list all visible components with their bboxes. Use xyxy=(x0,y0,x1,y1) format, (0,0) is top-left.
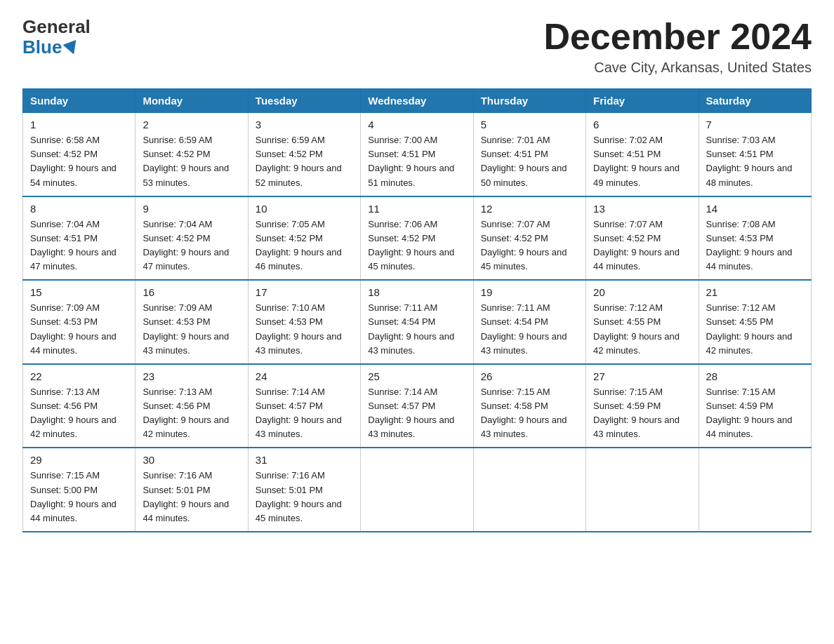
day-info: Sunrise: 6:58 AMSunset: 4:52 PMDaylight:… xyxy=(30,135,117,187)
calendar-day-cell: 3 Sunrise: 6:59 AMSunset: 4:52 PMDayligh… xyxy=(248,113,360,196)
day-info: Sunrise: 7:15 AMSunset: 4:59 PMDaylight:… xyxy=(706,387,793,439)
calendar-day-cell: 21 Sunrise: 7:12 AMSunset: 4:55 PMDaylig… xyxy=(699,280,811,364)
calendar-day-cell xyxy=(586,448,699,532)
calendar-day-cell: 28 Sunrise: 7:15 AMSunset: 4:59 PMDaylig… xyxy=(699,364,811,448)
day-number: 13 xyxy=(593,203,691,215)
day-number: 26 xyxy=(481,370,578,382)
day-info: Sunrise: 7:14 AMSunset: 4:57 PMDaylight:… xyxy=(256,387,342,439)
col-friday: Friday xyxy=(586,89,699,113)
logo: General Blue xyxy=(22,17,91,57)
calendar-day-cell: 19 Sunrise: 7:11 AMSunset: 4:54 PMDaylig… xyxy=(473,280,585,364)
day-number: 21 xyxy=(706,286,804,298)
calendar-day-cell: 24 Sunrise: 7:14 AMSunset: 4:57 PMDaylig… xyxy=(248,364,360,448)
day-number: 18 xyxy=(368,286,465,298)
day-number: 20 xyxy=(593,286,691,298)
day-number: 8 xyxy=(30,203,128,215)
day-info: Sunrise: 7:00 AMSunset: 4:51 PMDaylight:… xyxy=(368,135,454,187)
calendar-day-cell: 23 Sunrise: 7:13 AMSunset: 4:56 PMDaylig… xyxy=(135,364,248,448)
calendar-day-cell: 27 Sunrise: 7:15 AMSunset: 4:59 PMDaylig… xyxy=(586,364,699,448)
day-info: Sunrise: 7:04 AMSunset: 4:51 PMDaylight:… xyxy=(30,219,117,271)
day-info: Sunrise: 7:07 AMSunset: 4:52 PMDaylight:… xyxy=(593,219,680,271)
day-number: 25 xyxy=(368,370,465,382)
calendar-day-cell: 20 Sunrise: 7:12 AMSunset: 4:55 PMDaylig… xyxy=(586,280,699,364)
day-number: 29 xyxy=(30,454,128,466)
day-number: 27 xyxy=(593,370,691,382)
day-info: Sunrise: 7:02 AMSunset: 4:51 PMDaylight:… xyxy=(593,135,680,187)
calendar-day-cell: 11 Sunrise: 7:06 AMSunset: 4:52 PMDaylig… xyxy=(361,196,473,281)
calendar-day-cell: 26 Sunrise: 7:15 AMSunset: 4:58 PMDaylig… xyxy=(473,364,585,448)
day-number: 5 xyxy=(481,119,578,130)
calendar-day-cell: 1 Sunrise: 6:58 AMSunset: 4:52 PMDayligh… xyxy=(23,113,135,196)
day-info: Sunrise: 7:15 AMSunset: 4:58 PMDaylight:… xyxy=(481,387,567,439)
day-number: 4 xyxy=(368,119,465,130)
day-info: Sunrise: 7:16 AMSunset: 5:01 PMDaylight:… xyxy=(143,470,229,523)
calendar-week-row: 22 Sunrise: 7:13 AMSunset: 4:56 PMDaylig… xyxy=(23,364,812,448)
calendar-day-cell: 30 Sunrise: 7:16 AMSunset: 5:01 PMDaylig… xyxy=(135,448,248,532)
page-header: General Blue December 2024 Cave City, Ar… xyxy=(22,17,812,76)
col-tuesday: Tuesday xyxy=(248,89,360,113)
day-number: 19 xyxy=(481,286,578,298)
day-number: 30 xyxy=(143,454,240,466)
day-number: 16 xyxy=(143,286,240,298)
day-number: 15 xyxy=(30,286,128,298)
logo-triangle-icon xyxy=(63,40,81,57)
day-number: 28 xyxy=(706,370,804,382)
calendar-day-cell: 5 Sunrise: 7:01 AMSunset: 4:51 PMDayligh… xyxy=(473,113,585,196)
calendar-header: Sunday Monday Tuesday Wednesday Thursday… xyxy=(23,89,812,113)
calendar-day-cell: 16 Sunrise: 7:09 AMSunset: 4:53 PMDaylig… xyxy=(135,280,248,364)
calendar-week-row: 1 Sunrise: 6:58 AMSunset: 4:52 PMDayligh… xyxy=(23,113,812,196)
calendar-day-cell: 9 Sunrise: 7:04 AMSunset: 4:52 PMDayligh… xyxy=(135,196,248,281)
day-number: 31 xyxy=(256,454,353,466)
day-info: Sunrise: 7:09 AMSunset: 4:53 PMDaylight:… xyxy=(143,302,229,355)
col-sunday: Sunday xyxy=(23,89,135,113)
day-info: Sunrise: 7:11 AMSunset: 4:54 PMDaylight:… xyxy=(368,302,454,355)
header-row: Sunday Monday Tuesday Wednesday Thursday… xyxy=(23,89,812,113)
calendar-day-cell: 29 Sunrise: 7:15 AMSunset: 5:00 PMDaylig… xyxy=(23,448,135,532)
day-info: Sunrise: 7:15 AMSunset: 4:59 PMDaylight:… xyxy=(593,387,680,439)
day-info: Sunrise: 7:12 AMSunset: 4:55 PMDaylight:… xyxy=(706,302,793,355)
col-thursday: Thursday xyxy=(473,89,585,113)
day-info: Sunrise: 6:59 AMSunset: 4:52 PMDaylight:… xyxy=(256,135,342,187)
day-number: 10 xyxy=(256,203,353,215)
day-number: 2 xyxy=(143,119,240,130)
calendar-day-cell: 13 Sunrise: 7:07 AMSunset: 4:52 PMDaylig… xyxy=(586,196,699,281)
col-wednesday: Wednesday xyxy=(361,89,473,113)
day-info: Sunrise: 7:04 AMSunset: 4:52 PMDaylight:… xyxy=(143,219,229,271)
calendar-day-cell: 17 Sunrise: 7:10 AMSunset: 4:53 PMDaylig… xyxy=(248,280,360,364)
calendar-day-cell xyxy=(473,448,585,532)
day-info: Sunrise: 7:11 AMSunset: 4:54 PMDaylight:… xyxy=(481,302,567,355)
day-info: Sunrise: 7:13 AMSunset: 4:56 PMDaylight:… xyxy=(30,387,117,439)
col-monday: Monday xyxy=(135,89,248,113)
calendar-day-cell: 22 Sunrise: 7:13 AMSunset: 4:56 PMDaylig… xyxy=(23,364,135,448)
day-info: Sunrise: 7:03 AMSunset: 4:51 PMDaylight:… xyxy=(706,135,793,187)
day-number: 14 xyxy=(706,203,804,215)
calendar-body: 1 Sunrise: 6:58 AMSunset: 4:52 PMDayligh… xyxy=(23,113,812,532)
day-info: Sunrise: 7:14 AMSunset: 4:57 PMDaylight:… xyxy=(368,387,454,439)
day-number: 12 xyxy=(481,203,578,215)
calendar-day-cell xyxy=(361,448,473,532)
day-info: Sunrise: 7:12 AMSunset: 4:55 PMDaylight:… xyxy=(593,302,680,355)
day-number: 9 xyxy=(143,203,240,215)
calendar-day-cell: 6 Sunrise: 7:02 AMSunset: 4:51 PMDayligh… xyxy=(586,113,699,196)
day-info: Sunrise: 7:10 AMSunset: 4:53 PMDaylight:… xyxy=(256,302,342,355)
calendar-day-cell: 18 Sunrise: 7:11 AMSunset: 4:54 PMDaylig… xyxy=(361,280,473,364)
day-info: Sunrise: 7:09 AMSunset: 4:53 PMDaylight:… xyxy=(30,302,117,355)
day-number: 17 xyxy=(256,286,353,298)
day-info: Sunrise: 7:16 AMSunset: 5:01 PMDaylight:… xyxy=(256,470,342,523)
calendar-day-cell: 10 Sunrise: 7:05 AMSunset: 4:52 PMDaylig… xyxy=(248,196,360,281)
title-block: December 2024 Cave City, Arkansas, Unite… xyxy=(543,17,812,76)
calendar-day-cell: 4 Sunrise: 7:00 AMSunset: 4:51 PMDayligh… xyxy=(361,113,473,196)
calendar-week-row: 8 Sunrise: 7:04 AMSunset: 4:51 PMDayligh… xyxy=(23,196,812,281)
calendar-day-cell: 31 Sunrise: 7:16 AMSunset: 5:01 PMDaylig… xyxy=(248,448,360,532)
day-info: Sunrise: 7:05 AMSunset: 4:52 PMDaylight:… xyxy=(256,219,342,271)
day-info: Sunrise: 7:13 AMSunset: 4:56 PMDaylight:… xyxy=(143,387,229,439)
calendar-day-cell: 25 Sunrise: 7:14 AMSunset: 4:57 PMDaylig… xyxy=(361,364,473,448)
day-info: Sunrise: 7:06 AMSunset: 4:52 PMDaylight:… xyxy=(368,219,454,271)
calendar-week-row: 29 Sunrise: 7:15 AMSunset: 5:00 PMDaylig… xyxy=(23,448,812,532)
day-number: 22 xyxy=(30,370,128,382)
calendar-day-cell: 8 Sunrise: 7:04 AMSunset: 4:51 PMDayligh… xyxy=(23,196,135,281)
calendar-day-cell: 12 Sunrise: 7:07 AMSunset: 4:52 PMDaylig… xyxy=(473,196,585,281)
calendar-day-cell: 7 Sunrise: 7:03 AMSunset: 4:51 PMDayligh… xyxy=(699,113,811,196)
calendar-table: Sunday Monday Tuesday Wednesday Thursday… xyxy=(22,88,812,532)
day-number: 1 xyxy=(30,119,128,130)
